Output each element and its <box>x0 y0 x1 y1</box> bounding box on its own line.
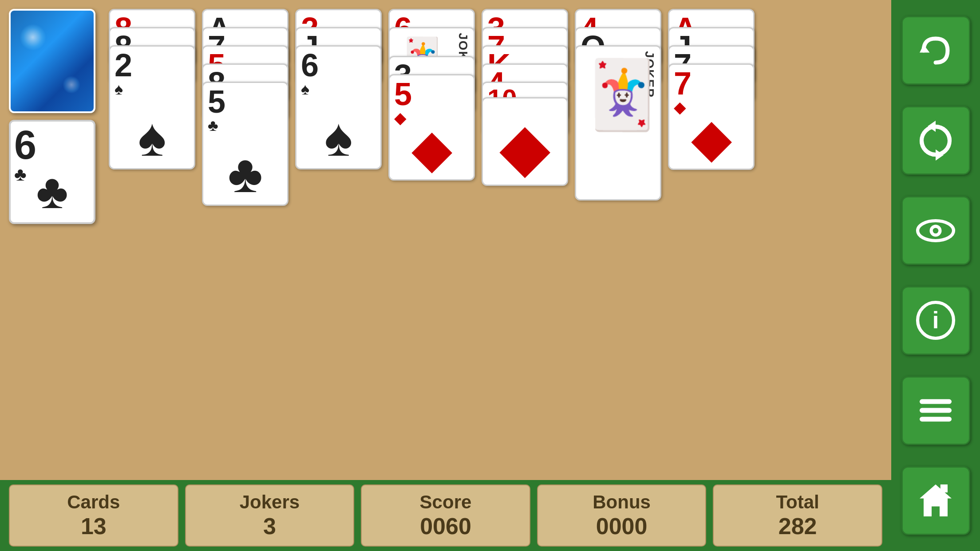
score-value: 0060 <box>420 513 471 539</box>
status-score: Score 0060 <box>361 484 530 547</box>
svg-rect-9 <box>920 408 952 413</box>
card-diamond-suit[interactable]: ◆ <box>482 97 568 186</box>
cards-label: Cards <box>67 492 120 513</box>
svg-text:i: i <box>932 307 939 333</box>
card-deck[interactable] <box>9 9 95 113</box>
card-5-club[interactable]: 5♣ ♣ <box>202 82 288 206</box>
bonus-value: 0000 <box>596 513 648 539</box>
home-button[interactable] <box>901 466 970 535</box>
column-1[interactable]: 8◆ 8♠ 2♠ ♠ <box>109 9 195 169</box>
status-jokers: Jokers 3 <box>185 484 355 547</box>
game-board: 6 ♣ ♣ 8◆ 8♠ 2♠ ♠ <box>0 0 891 480</box>
total-label: Total <box>776 492 819 513</box>
menu-button[interactable] <box>901 376 970 445</box>
bonus-label: Bonus <box>593 492 651 513</box>
column-6[interactable]: 4◆ Q♣ JOKER 🃏 <box>575 9 661 201</box>
status-bar: Cards 13 Jokers 3 Score 0060 Bonus 0000 … <box>0 480 891 551</box>
status-cards: Cards 13 <box>9 484 178 547</box>
sidebar: i <box>891 0 980 551</box>
card-joker-2[interactable]: JOKER 🃏 <box>575 45 661 201</box>
top-section: 6 ♣ ♣ 8◆ 8♠ 2♠ ♠ <box>9 9 882 224</box>
svg-rect-8 <box>920 399 952 404</box>
main-game-area: 6 ♣ ♣ 8◆ 8♠ 2♠ ♠ <box>0 0 891 551</box>
status-total: Total 282 <box>713 484 882 547</box>
deck-area: 6 ♣ ♣ <box>9 9 102 224</box>
current-card[interactable]: 6 ♣ ♣ <box>9 120 95 224</box>
column-4[interactable]: 6♥ JOKER 🃏 3♠ 5◆ ◆ <box>388 9 475 181</box>
card-2-spade[interactable]: 2♠ ♠ <box>109 45 195 169</box>
score-label: Score <box>420 492 472 513</box>
hint-button[interactable] <box>901 196 970 265</box>
svg-rect-12 <box>940 484 948 492</box>
total-value: 282 <box>778 513 817 539</box>
column-3[interactable]: 2◆ J♣ 6♠ ♠ <box>295 9 382 169</box>
current-card-rank: 6 <box>14 125 36 165</box>
current-card-suit-small: ♣ <box>14 165 27 184</box>
column-5[interactable]: 3♥ 7♥ K♥ 4♥ 10◆ ◆ <box>482 9 568 186</box>
jokers-label: Jokers <box>240 492 300 513</box>
jokers-value: 3 <box>263 513 276 539</box>
column-2[interactable]: A♣ 7♣ 5♥ 8♣ 5♣ ♣ <box>202 9 288 206</box>
svg-point-5 <box>933 228 939 233</box>
cards-value: 13 <box>81 513 107 539</box>
card-7-diamond[interactable]: 7◆ ◆ <box>668 63 755 170</box>
card-5-diamond[interactable]: 5◆ ◆ <box>388 74 475 181</box>
svg-rect-10 <box>920 417 952 422</box>
restart-button[interactable] <box>901 106 970 175</box>
card-6-spade[interactable]: 6♠ ♠ <box>295 45 382 169</box>
info-button[interactable]: i <box>901 286 970 355</box>
column-7[interactable]: A♥ J♠ 7♠ 7◆ ◆ <box>668 9 755 170</box>
undo-button[interactable] <box>901 16 970 85</box>
status-bonus: Bonus 0000 <box>537 484 707 547</box>
current-card-suit-large: ♣ <box>36 167 68 216</box>
